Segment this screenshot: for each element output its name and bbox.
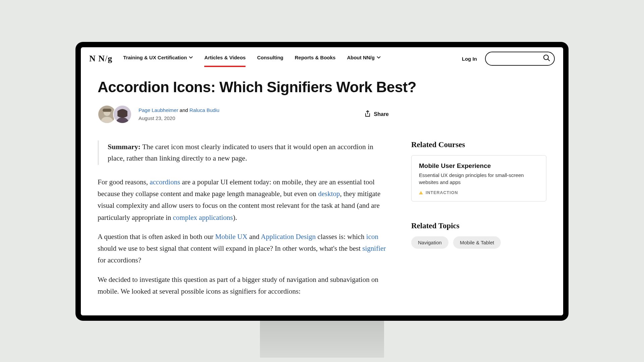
publish-date: August 23, 2020 [139,115,219,122]
chevron-down-icon [377,56,381,59]
topic-chips: Navigation Mobile & Tablet [411,236,546,249]
search-field[interactable] [485,52,555,66]
svg-line-1 [548,59,550,61]
nav-consulting-label: Consulting [257,55,283,60]
related-courses-heading: Related Courses [411,140,546,149]
logo[interactable]: N N/g [89,54,112,64]
share-label: Share [374,111,389,117]
share-button[interactable]: Share [365,110,389,118]
course-tag-label: INTERACTION [426,190,458,195]
nav-articles[interactable]: Articles & Videos [204,51,246,67]
nav-reports-label: Reports & Books [295,55,336,60]
nav-consulting[interactable]: Consulting [257,51,283,67]
device-stand [260,321,384,358]
link-mobile-ux[interactable]: Mobile UX [215,233,248,241]
login-link[interactable]: Log In [462,56,477,62]
course-tag: INTERACTION [419,190,539,195]
screen: N N/g Training & UX Certification Articl… [81,47,563,315]
share-icon [365,110,371,118]
nav-about-label: About NN/g [347,55,374,60]
content: Accordion Icons: Which Signifiers Work B… [81,66,563,305]
link-application-design[interactable]: Application Design [261,233,316,241]
nav-reports[interactable]: Reports & Books [295,51,336,67]
svg-point-0 [544,55,548,60]
avatar [113,105,132,124]
header-right: Log In [462,52,555,66]
top-nav: Training & UX Certification Articles & V… [123,51,381,67]
chevron-down-icon [189,56,193,59]
search-icon[interactable] [543,54,551,63]
page-title: Accordion Icons: Which Signifiers Work B… [98,79,546,96]
link-accordions[interactable]: accordions [150,178,180,186]
link-icon[interactable]: icon [366,233,378,241]
paragraph-3: We decided to investigate this question … [98,274,388,298]
sidebar: Related Courses Mobile User Experience E… [411,140,546,305]
summary-label: Summary: [108,143,141,151]
summary-block: Summary: The caret icon most clearly ind… [98,140,388,165]
author-link-2[interactable]: Raluca Budiu [190,107,219,113]
author-link-1[interactable]: Page Laubheimer [139,107,178,113]
topic-chip-mobile-tablet[interactable]: Mobile & Tablet [453,236,501,249]
paragraph-1: For good reasons, accordions are a popul… [98,176,388,224]
nav-training-label: Training & UX Certification [123,55,187,60]
nav-about[interactable]: About NN/g [347,51,380,67]
svg-rect-5 [103,109,111,112]
triangle-icon [419,191,423,194]
byline-row: Page Laubheimer and Raluca Budiu August … [98,105,546,124]
article-column: Summary: The caret icon most clearly ind… [98,140,388,305]
device-frame: N N/g Training & UX Certification Articl… [75,42,569,321]
nav-articles-label: Articles & Videos [204,55,246,60]
authors-and: and [178,107,189,113]
related-topics-heading: Related Topics [411,222,546,230]
course-title: Mobile User Experience [419,162,539,170]
topic-chip-navigation[interactable]: Navigation [411,236,448,249]
header: N N/g Training & UX Certification Articl… [81,47,563,66]
author-avatars [98,105,132,124]
link-signifier[interactable]: signifier [362,244,386,252]
byline-text: Page Laubheimer and Raluca Budiu August … [139,107,219,122]
course-card[interactable]: Mobile User Experience Essential UX desi… [411,155,546,201]
link-complex-applications[interactable]: complex applications [173,214,233,222]
authors-line: Page Laubheimer and Raluca Budiu [139,107,219,114]
summary-text: The caret icon most clearly indicated to… [108,143,373,162]
paragraph-2: A question that is often asked in both o… [98,231,388,266]
article-body: For good reasons, accordions are a popul… [98,176,388,297]
columns: Summary: The caret icon most clearly ind… [98,140,546,305]
course-description: Essential UX design principles for small… [419,172,539,186]
nav-training[interactable]: Training & UX Certification [123,51,193,67]
link-desktop[interactable]: desktop [318,190,340,198]
search-input[interactable] [476,56,543,61]
